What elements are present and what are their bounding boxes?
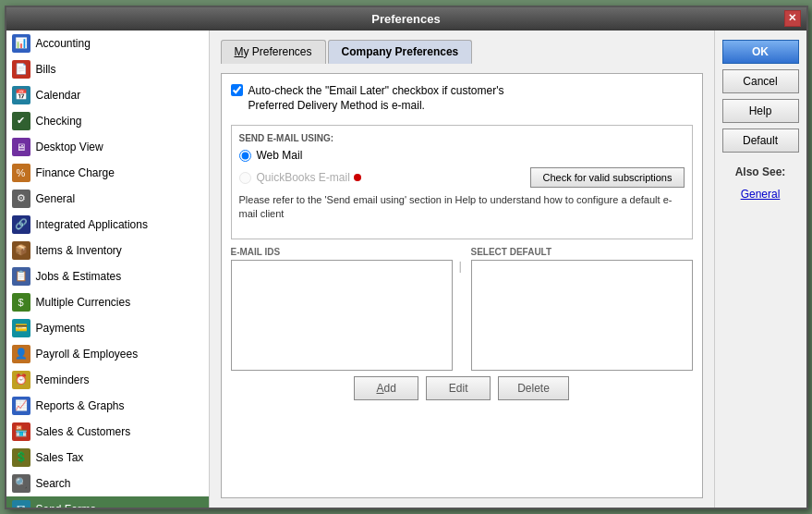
sidebar-item-payments[interactable]: 💳Payments [6, 315, 209, 341]
reminders-icon: ⏰ [12, 371, 30, 389]
sidebar-label-multiple-currencies: Multiple Currencies [36, 296, 131, 309]
desktop-view-icon: 🖥 [12, 138, 30, 156]
ok-button[interactable]: OK [722, 40, 799, 64]
sales-tax-icon: 💲 [12, 448, 30, 467]
sidebar-label-integrated-apps: Integrated Applications [36, 218, 148, 231]
sidebar-item-search[interactable]: 🔍Search [6, 471, 209, 496]
auto-check-checkbox[interactable] [231, 84, 243, 96]
sidebar-label-accounting: Accounting [36, 37, 91, 50]
send-forms-icon: ✉ [12, 500, 30, 508]
sidebar: 📊Accounting📄Bills📅Calendar✔Checking🖥Desk… [6, 31, 210, 508]
calendar-icon: 📅 [12, 86, 30, 104]
multiple-currencies-icon: $ [12, 293, 30, 312]
title-bar: Preferences ✕ [6, 7, 806, 31]
sidebar-label-checking: Checking [36, 115, 82, 128]
email-ids-listbox[interactable] [231, 260, 453, 371]
send-email-section: SEND E-MAIL USING: Web Mail QuickBooks E… [231, 125, 693, 239]
select-default-header: SELECT DEFAULT [471, 247, 693, 257]
sidebar-item-desktop-view[interactable]: 🖥Desktop View [6, 134, 209, 160]
sidebar-item-reminders[interactable]: ⏰Reminders [6, 367, 209, 393]
accounting-icon: 📊 [12, 34, 30, 53]
email-ids-header: E-MAIL IDS [231, 247, 453, 257]
tab-my-preferences[interactable]: My Preferences [221, 40, 326, 64]
finance-charge-icon: % [12, 164, 30, 182]
items-inventory-icon: 📦 [12, 241, 30, 260]
main-content: My Preferences Company Preferences Auto-… [210, 31, 714, 508]
sidebar-item-checking[interactable]: ✔Checking [6, 108, 209, 134]
right-panel: OK Cancel Help Default Also See: General [714, 31, 806, 508]
bills-icon: 📄 [12, 60, 30, 79]
info-text: Please refer to the 'Send email using' s… [239, 193, 685, 222]
quickbooks-email-radio[interactable] [239, 172, 251, 184]
tabs-row: My Preferences Company Preferences [221, 40, 703, 64]
search-icon: 🔍 [12, 474, 30, 493]
send-email-label: SEND E-MAIL USING: [239, 133, 685, 143]
sidebar-label-send-forms: Send Forms [36, 503, 96, 508]
checking-icon: ✔ [12, 112, 30, 130]
integrated-apps-icon: 🔗 [12, 215, 30, 234]
sidebar-label-payroll-employees: Payroll & Employees [36, 348, 139, 361]
sidebar-label-general: General [36, 192, 76, 205]
quickbooks-email-label: QuickBooks E-mail [257, 171, 350, 184]
content-area: Auto-check the "Email Later" checkbox if… [221, 73, 703, 498]
sidebar-item-jobs-estimates[interactable]: 📋Jobs & Estimates [6, 263, 209, 289]
sidebar-item-integrated-apps[interactable]: 🔗Integrated Applications [6, 212, 209, 238]
sidebar-item-sales-customers[interactable]: 🏪Sales & Customers [6, 419, 209, 445]
col-divider: │ [458, 247, 466, 371]
also-see-label: Also See: [722, 165, 799, 178]
sidebar-item-accounting[interactable]: 📊Accounting [6, 31, 209, 56]
sidebar-label-desktop-view: Desktop View [36, 141, 103, 153]
sidebar-label-payments: Payments [36, 322, 85, 335]
sidebar-item-calendar[interactable]: 📅Calendar [6, 82, 209, 108]
sidebar-label-reports-graphs: Reports & Graphs [36, 399, 125, 412]
jobs-estimates-icon: 📋 [12, 267, 30, 286]
red-dot-indicator [354, 174, 361, 181]
payments-icon: 💳 [12, 319, 30, 337]
sidebar-label-search: Search [36, 477, 71, 490]
close-button[interactable]: ✕ [784, 10, 801, 27]
sidebar-item-bills[interactable]: 📄Bills [6, 56, 209, 82]
sidebar-item-send-forms[interactable]: ✉Send Forms [6, 496, 209, 508]
sidebar-label-items-inventory: Items & Inventory [36, 244, 122, 257]
cancel-button[interactable]: Cancel [722, 69, 799, 93]
delete-button[interactable]: Delete [498, 376, 569, 400]
sidebar-label-bills: Bills [36, 63, 56, 76]
sidebar-label-calendar: Calendar [36, 89, 81, 102]
web-mail-row: Web Mail [239, 149, 685, 162]
edit-button[interactable]: Edit [426, 376, 491, 400]
sidebar-item-payroll-employees[interactable]: 👤Payroll & Employees [6, 341, 209, 367]
also-see-general[interactable]: General [722, 188, 799, 201]
select-default-listbox[interactable] [471, 260, 693, 371]
default-button[interactable]: Default [722, 128, 799, 153]
quickbooks-email-row: QuickBooks E-mail [239, 171, 350, 184]
auto-check-label: Auto-check the "Email Later" checkbox if… [248, 83, 504, 115]
email-ids-left: E-MAIL IDS [231, 247, 453, 371]
add-button[interactable]: Add [354, 376, 418, 400]
reports-graphs-icon: 📈 [12, 397, 30, 415]
sidebar-item-sales-tax[interactable]: 💲Sales Tax [6, 445, 209, 471]
check-btn-row: QuickBooks E-mail Check for valid subscr… [239, 167, 685, 188]
sidebar-label-sales-customers: Sales & Customers [36, 425, 131, 438]
web-mail-radio[interactable] [239, 150, 251, 162]
action-buttons: Add Edit Delete [231, 376, 693, 400]
sidebar-label-jobs-estimates: Jobs & Estimates [36, 270, 122, 283]
sidebar-item-multiple-currencies[interactable]: $Multiple Currencies [6, 289, 209, 315]
select-default-right: SELECT DEFAULT [471, 247, 693, 371]
sidebar-label-finance-charge: Finance Charge [36, 166, 115, 179]
web-mail-label: Web Mail [257, 149, 303, 162]
preferences-dialog: Preferences ✕ 📊Accounting📄Bills📅Calendar… [5, 6, 808, 509]
sidebar-item-general[interactable]: ⚙General [6, 186, 209, 212]
sidebar-item-items-inventory[interactable]: 📦Items & Inventory [6, 238, 209, 263]
sidebar-label-sales-tax: Sales Tax [36, 451, 84, 464]
check-subscriptions-button[interactable]: Check for valid subscriptions [530, 167, 684, 188]
sidebar-label-reminders: Reminders [36, 373, 90, 386]
help-button[interactable]: Help [722, 99, 799, 123]
email-ids-section: E-MAIL IDS │ SELECT DEFAULT [231, 247, 693, 371]
sidebar-item-finance-charge[interactable]: %Finance Charge [6, 160, 209, 186]
sidebar-item-reports-graphs[interactable]: 📈Reports & Graphs [6, 393, 209, 419]
dialog-title: Preferences [371, 12, 440, 26]
dialog-body: 📊Accounting📄Bills📅Calendar✔Checking🖥Desk… [6, 31, 806, 508]
auto-check-row: Auto-check the "Email Later" checkbox if… [231, 83, 693, 115]
general-icon: ⚙ [12, 190, 30, 208]
tab-company-preferences[interactable]: Company Preferences [328, 40, 473, 64]
